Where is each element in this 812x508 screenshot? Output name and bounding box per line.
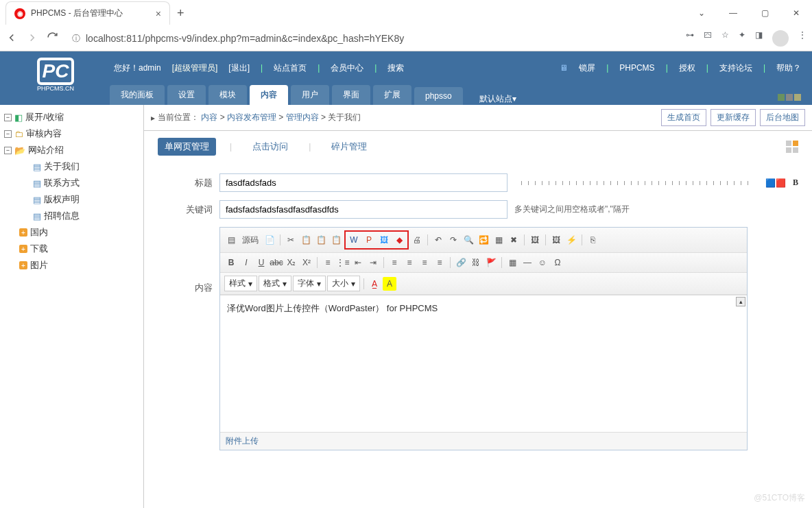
align-left-icon[interactable]: ≡ (387, 256, 401, 269)
source-button[interactable]: 源码 (239, 233, 261, 247)
sitemap-button[interactable]: 后台地图 (760, 109, 805, 126)
close-tab-icon[interactable]: × (156, 8, 161, 19)
ul-icon[interactable]: ⋮≡ (336, 256, 350, 269)
sidebar-item-about-site[interactable]: −📂网站介绍 (4, 142, 139, 158)
bookmark-icon[interactable]: ☆ (721, 30, 729, 47)
tab-users[interactable]: 用户 (291, 85, 329, 105)
font-select[interactable]: 字体 ▾ (293, 276, 326, 291)
maximize-button[interactable]: ▢ (749, 2, 780, 24)
search-link[interactable]: 搜索 (387, 62, 404, 74)
site-select[interactable]: 默认站点▾ (479, 93, 516, 105)
share-icon[interactable]: ⮹ (704, 30, 712, 47)
tab-dashboard[interactable]: 我的面板 (110, 85, 165, 105)
special-char-icon[interactable]: Ω (551, 256, 564, 269)
chevron-down-icon[interactable]: ⌄ (686, 2, 717, 24)
member-center-link[interactable]: 会员中心 (331, 62, 363, 74)
reload-button[interactable] (47, 32, 58, 45)
theme-green[interactable] (778, 94, 785, 101)
format-select[interactable]: 格式 ▾ (259, 276, 291, 291)
align-center-icon[interactable]: ≡ (403, 256, 416, 269)
bc-manage[interactable]: 管理内容 (286, 112, 319, 122)
scroll-up-icon[interactable]: ▴ (736, 297, 745, 306)
color-picker-icon[interactable]: 🟦🟥 (765, 178, 786, 188)
copy-icon[interactable]: 📋 (299, 233, 313, 247)
indent-icon[interactable]: ⇥ (366, 256, 380, 269)
sidebar-item-domestic[interactable]: +国内 (4, 224, 139, 241)
tab-phpsso[interactable]: phpsso (414, 87, 463, 105)
theme-blue[interactable] (769, 94, 776, 101)
editor-content[interactable]: ▴ 泽优Word图片上传控件（WordPaster） for PHPCMS (220, 295, 747, 432)
browser-tab[interactable]: ◉ PHPCMS - 后台管理中心 × (5, 1, 170, 25)
print-icon[interactable]: 🖨 (410, 233, 424, 247)
tab-settings[interactable]: 设置 (167, 85, 206, 105)
bold-icon[interactable]: B (224, 256, 238, 269)
style-select[interactable]: 样式 ▾ (224, 276, 257, 291)
strike-icon[interactable]: abc (270, 256, 283, 269)
hr-icon[interactable]: — (521, 256, 534, 269)
paste-icon[interactable]: 📋 (314, 233, 328, 247)
align-justify-icon[interactable]: ≡ (433, 256, 446, 269)
phpcms-link[interactable]: PHPCMS (619, 63, 654, 73)
bold-toggle-icon[interactable]: B (793, 178, 798, 188)
preview-icon[interactable]: 📄 (263, 233, 276, 247)
replace-icon[interactable]: 🔁 (477, 233, 490, 247)
layout-toggle-icon[interactable] (786, 141, 798, 153)
emoji-icon[interactable]: ☺ (536, 256, 549, 269)
sidebar-item-review[interactable]: −🗀审核内容 (4, 125, 139, 142)
table-icon[interactable]: ▦ (505, 256, 519, 269)
source-icon[interactable]: ▤ (224, 233, 238, 247)
close-window-button[interactable]: ✕ (780, 2, 812, 24)
tab-extend[interactable]: 扩展 (373, 85, 411, 105)
paste-text-icon[interactable]: 📋 (329, 233, 343, 247)
logout-link[interactable]: [退出] (228, 62, 250, 74)
extensions-icon[interactable]: ✦ (739, 30, 745, 47)
pdf-icon[interactable]: ◆ (392, 233, 406, 247)
sidebar-item-about-us[interactable]: ▤关于我们 (4, 158, 139, 175)
flash-icon[interactable]: ⚡ (564, 233, 578, 247)
key-icon[interactable]: ⊶ (686, 30, 694, 47)
anchor-icon[interactable]: 🚩 (484, 256, 498, 269)
image2-icon[interactable]: 🖼 (549, 233, 563, 247)
forum-link[interactable]: 支持论坛 (719, 62, 752, 74)
italic-icon[interactable]: I (239, 256, 253, 269)
outdent-icon[interactable]: ⇤ (351, 256, 365, 269)
bc-content[interactable]: 内容 (201, 112, 217, 122)
image-upload-icon[interactable]: 🖼 (377, 233, 391, 247)
size-select[interactable]: 大小 ▾ (327, 276, 360, 291)
theme-gray[interactable] (786, 94, 793, 101)
gen-home-button[interactable]: 生成首页 (661, 109, 706, 126)
underline-icon[interactable]: U (254, 256, 268, 269)
word-icon[interactable]: W (347, 233, 361, 247)
subtab-manage[interactable]: 单网页管理 (158, 138, 216, 156)
new-tab-button[interactable]: + (170, 6, 191, 21)
select-all-icon[interactable]: ▦ (492, 233, 505, 247)
profile-avatar[interactable] (772, 30, 789, 47)
sidebar-item-toggle[interactable]: −◧展开/收缩 (4, 109, 139, 125)
subtab-visit[interactable]: 点击访问 (246, 138, 295, 156)
site-home-link[interactable]: 站点首页 (274, 62, 307, 74)
sidebar-item-recruit[interactable]: ▤招聘信息 (4, 208, 139, 224)
lock-screen-link[interactable]: 锁屏 (579, 62, 595, 74)
tab-ui[interactable]: 界面 (332, 85, 370, 105)
input-keywords[interactable] (219, 200, 508, 219)
superscript-icon[interactable]: X² (300, 256, 313, 269)
help-link[interactable]: 帮助？ (776, 62, 801, 74)
sidebar-item-copyright[interactable]: ▤版权声明 (4, 191, 139, 208)
link-icon[interactable]: 🔗 (454, 256, 468, 269)
ppt-icon[interactable]: P (362, 233, 376, 247)
find-icon[interactable]: 🔍 (462, 233, 475, 247)
tab-content[interactable]: 内容 (250, 85, 288, 105)
site-info-icon[interactable]: ⓘ (72, 33, 80, 45)
subscript-icon[interactable]: X₂ (285, 256, 298, 269)
sidebar-item-images[interactable]: +图片 (4, 257, 139, 274)
theme-olive[interactable] (794, 94, 801, 101)
image-icon[interactable]: 🖼 (528, 233, 542, 247)
menu-icon[interactable]: ⋮ (798, 30, 807, 47)
bc-publish[interactable]: 内容发布管理 (227, 112, 276, 122)
undo-icon[interactable]: ↶ (431, 233, 445, 247)
clear-format-icon[interactable]: ✖ (507, 233, 521, 247)
unlink-icon[interactable]: ⛓ (469, 256, 483, 269)
attachment-upload-button[interactable]: 附件上传 (220, 432, 747, 450)
cut-icon[interactable]: ✂ (284, 233, 298, 247)
forward-button[interactable] (26, 32, 38, 46)
